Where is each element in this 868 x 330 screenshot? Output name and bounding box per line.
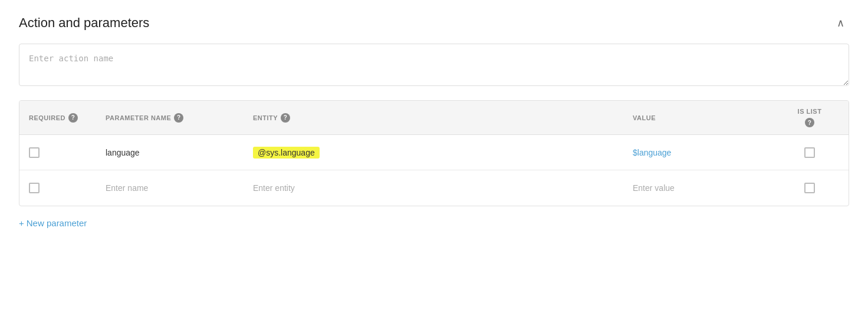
required-checkbox-2[interactable]: [29, 183, 40, 193]
is-list-help-icon[interactable]: ?: [805, 118, 814, 127]
is-list-cell-2: [780, 183, 839, 193]
action-name-input[interactable]: [19, 44, 849, 86]
value-cell-2[interactable]: Enter value: [633, 183, 780, 193]
table-row: language @sys.language $language: [19, 135, 849, 170]
header-value: VALUE: [633, 108, 780, 127]
is-list-checkbox-2[interactable]: [804, 183, 815, 193]
header-parameter-name: PARAMETER NAME ?: [106, 108, 253, 127]
section-title: Action and parameters: [19, 15, 149, 31]
value-cell-1: $language: [633, 147, 780, 158]
table-header: REQUIRED ? PARAMETER NAME ? ENTITY ? VAL…: [19, 101, 849, 135]
entity-help-icon[interactable]: ?: [281, 113, 290, 123]
parameter-name-cell-1: language: [106, 147, 253, 158]
header-required: REQUIRED ?: [29, 108, 106, 127]
parameters-table: REQUIRED ? PARAMETER NAME ? ENTITY ? VAL…: [19, 100, 849, 206]
collapse-icon[interactable]: ∧: [832, 14, 849, 32]
is-list-cell-1: [780, 147, 839, 158]
new-parameter-button[interactable]: + New parameter: [19, 216, 87, 230]
is-list-checkbox-1[interactable]: [804, 147, 815, 158]
table-row: Enter name Enter entity Enter value: [19, 170, 849, 206]
new-parameter-label: New parameter: [27, 218, 87, 228]
header-entity: ENTITY ?: [253, 108, 633, 127]
required-checkbox-1[interactable]: [29, 147, 40, 158]
parameter-name-cell-2[interactable]: Enter name: [106, 183, 253, 193]
parameter-name-help-icon[interactable]: ?: [174, 113, 183, 123]
entity-cell-2[interactable]: Enter entity: [253, 183, 633, 193]
required-checkbox-cell-2: [29, 183, 106, 193]
new-parameter-plus-icon: +: [19, 218, 24, 228]
required-help-icon[interactable]: ?: [68, 113, 78, 123]
entity-cell-1: @sys.language: [253, 147, 633, 159]
header-is-list: IS LIST ?: [780, 108, 839, 127]
required-checkbox-cell-1: [29, 147, 106, 158]
